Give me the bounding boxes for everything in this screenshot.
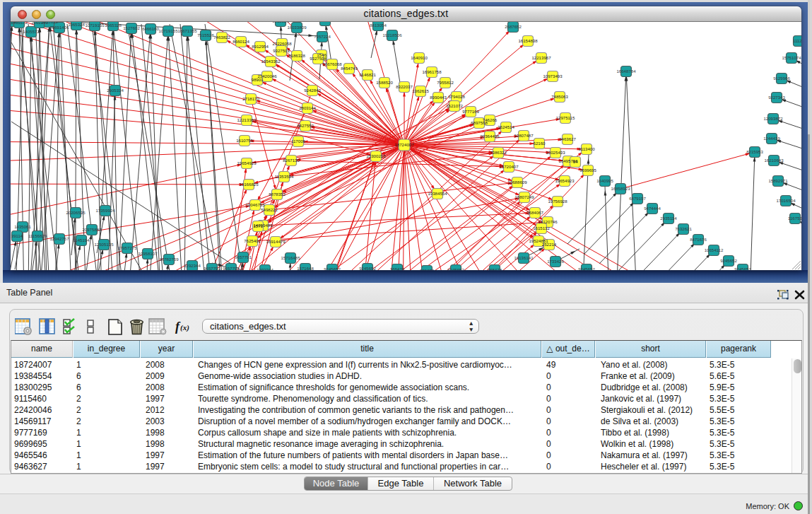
svg-text:16543362: 16543362 [261,59,281,64]
svg-text:12505135: 12505135 [94,242,114,247]
svg-text:6879197: 6879197 [629,196,646,201]
svg-text:9684067: 9684067 [526,210,543,215]
svg-text:17016504: 17016504 [776,198,796,203]
svg-text:7485063: 7485063 [551,94,568,99]
svg-text:8813054: 8813054 [317,22,334,23]
svg-text:8813054: 8813054 [370,23,387,28]
svg-text:1065328: 1065328 [41,22,58,24]
svg-text:8186328: 8186328 [288,53,305,58]
svg-text:9657791: 9657791 [235,255,252,259]
svg-text:252214: 252214 [542,242,557,247]
svg-text:15720407: 15720407 [499,164,519,169]
svg-text:168478: 168478 [390,267,405,270]
svg-text:16782759: 16782759 [159,257,179,262]
svg-text:62160: 62160 [534,141,546,146]
svg-text:9245652: 9245652 [359,266,376,270]
svg-text:10046755: 10046755 [245,202,265,207]
svg-text:1362615: 1362615 [412,88,429,93]
svg-text:1244419: 1244419 [763,136,780,141]
svg-text:7515526: 7515526 [197,33,214,37]
svg-text:11353594: 11353594 [275,174,294,179]
svg-text:16858923: 16858923 [611,186,630,191]
svg-text:116753: 116753 [788,216,801,221]
svg-text:17359924: 17359924 [95,208,115,213]
svg-text:19218506: 19218506 [382,33,402,37]
svg-text:16136141: 16136141 [514,255,534,260]
svg-text:11156829: 11156829 [28,233,47,238]
svg-text:19756928: 19756928 [548,199,567,204]
svg-text:12942757: 12942757 [49,236,69,241]
svg-text:9245652: 9245652 [447,267,464,270]
svg-text:20691406: 20691406 [49,25,69,30]
svg-text:1733426: 1733426 [547,259,564,264]
svg-text:9515526: 9515526 [272,22,289,23]
svg-text:19654923: 19654923 [555,178,575,183]
svg-text:1435061: 1435061 [14,224,31,229]
svg-text:10688609: 10688609 [507,180,527,185]
svg-text:16033809: 16033809 [287,25,307,30]
svg-text:1292344: 1292344 [257,267,273,270]
svg-text:7463822: 7463822 [213,35,230,40]
svg-text:8878352: 8878352 [269,192,286,197]
svg-text:17957275: 17957275 [117,245,137,250]
svg-text:8660124: 8660124 [233,39,249,44]
svg-text:25300215: 25300215 [366,153,386,158]
svg-text:8990443: 8990443 [430,95,447,100]
svg-text:2718170: 2718170 [242,96,259,101]
svg-text:23226058: 23226058 [272,41,292,46]
svg-text:16671355: 16671355 [177,28,197,33]
svg-text:39114: 39114 [11,233,23,238]
svg-text:16648784: 16648784 [616,69,636,74]
svg-text:9327503: 9327503 [273,48,290,53]
svg-text:15892971: 15892971 [768,178,788,183]
svg-text:16154838: 16154838 [518,38,538,43]
svg-text:10973493: 10973493 [543,74,563,78]
svg-text:6466160: 6466160 [142,26,159,31]
svg-text:3624514: 3624514 [498,124,514,129]
svg-text:6794028: 6794028 [448,94,465,99]
svg-text:12093872: 12093872 [763,116,783,121]
svg-text:20975887: 20975887 [82,227,102,232]
svg-text:9327508: 9327508 [310,56,326,61]
svg-text:9245652: 9245652 [324,267,341,270]
svg-text:9245652: 9245652 [578,267,595,270]
svg-text:2803144: 2803144 [299,105,316,110]
svg-text:19384554: 19384554 [428,191,447,196]
svg-text:5498222: 5498222 [261,207,278,212]
svg-text:8471676: 8471676 [690,237,707,242]
svg-text:20364436: 20364436 [480,134,500,139]
svg-text:9474444: 9474444 [644,206,661,211]
svg-text:10807487: 10807487 [514,133,534,138]
svg-text:7386322: 7386322 [490,150,507,155]
svg-text:10654112: 10654112 [705,247,724,252]
svg-text:16914479: 16914479 [266,239,286,244]
svg-text:26676068: 26676068 [322,62,342,66]
svg-text:9777169: 9777169 [462,109,479,114]
svg-text:(x): (x) [180,323,189,332]
svg-text:7955812: 7955812 [437,80,454,85]
svg-text:16120746: 16120746 [538,219,558,224]
svg-text:98901: 98901 [252,77,264,82]
svg-text:1405572: 1405572 [11,22,28,25]
svg-text:1571: 1571 [253,223,263,228]
svg-text:9699695: 9699695 [579,168,596,173]
svg-text:1610755: 1610755 [236,138,253,143]
svg-text:9227343: 9227343 [768,95,785,100]
svg-text:1145194: 1145194 [73,238,90,243]
svg-text:1640995: 1640995 [596,178,613,183]
svg-text:1640910: 1640910 [411,55,428,60]
svg-text:15751074: 15751074 [782,55,801,60]
svg-text:8215953: 8215953 [746,149,763,154]
svg-text:1621072: 1621072 [446,103,463,108]
svg-text:19166825: 19166825 [239,182,259,187]
svg-text:11124: 11124 [793,38,801,43]
svg-text:10025433: 10025433 [546,150,565,155]
svg-text:9146821: 9146821 [359,72,376,77]
svg-text:1065328: 1065328 [68,22,85,27]
svg-text:12213967: 12213967 [531,55,551,60]
svg-text:1571648: 1571648 [297,266,314,270]
svg-text:117006: 117006 [291,139,305,144]
svg-text:1065328: 1065328 [105,23,122,28]
svg-text:2905334: 2905334 [107,88,124,93]
svg-text:8267130: 8267130 [283,158,300,163]
